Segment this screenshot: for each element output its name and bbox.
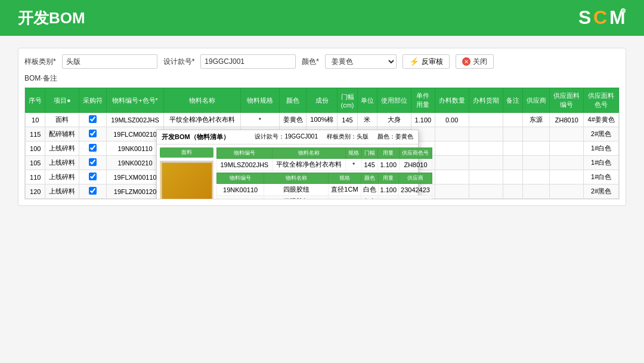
col-supplier: 供应商 bbox=[523, 88, 550, 113]
table-row: 19NK00210 四眼胶纽 1.5CM 白色 1.000 bbox=[217, 196, 432, 200]
row-checkbox[interactable] bbox=[89, 144, 97, 152]
form-row-top: 样板类别* 设计款号* 颜色* 姜黄色 ⚡ 反审核 ✕ 关闭 bbox=[24, 54, 620, 69]
scm-logo-icon: S C M ® bbox=[578, 6, 626, 30]
col-seq: 序号 bbox=[26, 88, 45, 113]
overlay-images: 面料 上线碎料 bbox=[160, 147, 213, 199]
row-checkbox[interactable] bbox=[89, 130, 97, 137]
overlay-color: 颜色：姜黄色 bbox=[377, 133, 413, 141]
design-no-label: 设计款号* bbox=[163, 57, 195, 67]
ot-trim-supplier: 供应商 bbox=[399, 173, 432, 184]
col-material: 成份 bbox=[306, 88, 338, 113]
col-supplier-color: 供应面料色号 bbox=[584, 88, 619, 113]
col-qty-per: 单件用量 bbox=[411, 88, 435, 113]
col-note: 备注 bbox=[503, 88, 522, 113]
svg-text:C: C bbox=[593, 7, 607, 28]
col-item: 项目● bbox=[45, 88, 79, 113]
ot-col-qty: 用量 bbox=[377, 148, 399, 159]
sample-type-input[interactable] bbox=[62, 54, 157, 69]
color-select[interactable]: 姜黄色 bbox=[325, 54, 397, 69]
fabric-section-label: 面料 bbox=[160, 147, 213, 158]
fabric-image bbox=[160, 161, 213, 199]
form-container: 样板类别* 设计款号* 颜色* 姜黄色 ⚡ 反审核 ✕ 关闭 BOM·备注 bbox=[18, 48, 626, 206]
overlay-sample-type: 样板类别：头版 bbox=[327, 133, 369, 141]
ot-trim-qty: 用量 bbox=[378, 173, 399, 184]
color-label: 颜色* bbox=[302, 57, 319, 67]
review-button[interactable]: ⚡ 反审核 bbox=[402, 54, 450, 69]
col-unit: 单位 bbox=[357, 88, 377, 113]
col-lead-time: 办料货期 bbox=[469, 88, 503, 113]
col-purchase: 采购符 bbox=[79, 88, 106, 113]
row-checkbox[interactable] bbox=[89, 173, 97, 180]
ot-col-scolor: 供应商色号 bbox=[400, 148, 432, 159]
svg-text:®: ® bbox=[622, 9, 626, 13]
ot-col-name: 物料名称 bbox=[272, 148, 346, 159]
design-no-input[interactable] bbox=[200, 54, 296, 69]
thunder-icon: ⚡ bbox=[409, 57, 419, 66]
overlay-tables: 物料编号 物料名称 规格 门幅 用量 供应商色号 19M bbox=[216, 147, 432, 199]
sample-type-label: 样板类别* bbox=[24, 57, 56, 67]
bom-table-container[interactable]: 序号 项目● 采购符 物料编号+色号* 物料名称 物料规格 颜色 成份 门幅(c… bbox=[24, 87, 620, 199]
col-color: 颜色 bbox=[280, 88, 306, 113]
overlay-fabric-table: 物料编号 物料名称 规格 门幅 用量 供应商色号 19M bbox=[216, 147, 432, 171]
table-row[interactable]: 10 面料 19MLSZ002JHS 平纹全棉净色衬衣布料 * 姜黄色 100%… bbox=[26, 113, 619, 127]
col-name: 物料名称 bbox=[164, 88, 240, 113]
ot-trim-code: 物料编号 bbox=[217, 173, 264, 184]
ot-trim-color: 颜色 bbox=[361, 173, 378, 184]
row-checkbox[interactable] bbox=[89, 187, 97, 195]
ot-col-spec: 规格 bbox=[346, 148, 361, 159]
table-row: 19MLSZ002JHS 平纹全棉净色衬衣布料 * 145 1.100 ZH80… bbox=[217, 159, 432, 171]
bom-note: BOM·备注 bbox=[24, 73, 620, 84]
app-header: 开发BOM S C M ® bbox=[0, 0, 644, 36]
overlay-title: 开发BOM（物料清单） bbox=[162, 133, 230, 141]
col-spec: 物料规格 bbox=[240, 88, 280, 113]
svg-text:S: S bbox=[578, 7, 591, 28]
close-icon: ✕ bbox=[462, 57, 470, 66]
ot-trim-spec: 规格 bbox=[329, 173, 361, 184]
row-checkbox[interactable] bbox=[89, 158, 97, 166]
ot-col-width: 门幅 bbox=[361, 148, 377, 159]
ot-col-code: 物料编号 bbox=[217, 148, 273, 159]
close-button[interactable]: ✕ 关闭 bbox=[456, 54, 494, 69]
page-title: 开发BOM bbox=[18, 8, 85, 29]
col-width: 门幅(cm) bbox=[338, 88, 357, 113]
table-row: 19NK00110 四眼胶纽 直径1CM 白色 1.100 23042423 bbox=[217, 184, 432, 196]
overlay-trim-table: 物料编号 物料名称 规格 颜色 用量 供应商 19NK0 bbox=[216, 173, 432, 199]
logo: S C M ® bbox=[578, 6, 626, 30]
main-content: 样板类别* 设计款号* 颜色* 姜黄色 ⚡ 反审核 ✕ 关闭 BOM·备注 bbox=[0, 36, 644, 363]
row-checkbox[interactable] bbox=[89, 115, 97, 123]
overlay-header: 开发BOM（物料清单） 设计款号：19GGCJ001 样板类别：头版 颜色：姜黄… bbox=[157, 130, 418, 144]
ot-trim-name: 物料名称 bbox=[264, 173, 329, 184]
overlay-design-no: 设计款号：19GGCJ001 bbox=[255, 133, 318, 141]
col-usage: 使用部位 bbox=[377, 88, 411, 113]
overlay-panel: 开发BOM（物料清单） 设计款号：19GGCJ001 样板类别：头版 颜色：姜黄… bbox=[156, 130, 419, 199]
col-code: 物料编号+色号* bbox=[106, 88, 164, 113]
col-order-qty: 办料数量 bbox=[435, 88, 469, 113]
col-supplier-code: 供应面料编号 bbox=[550, 88, 584, 113]
overlay-content: 面料 上线碎料 bbox=[157, 144, 418, 199]
